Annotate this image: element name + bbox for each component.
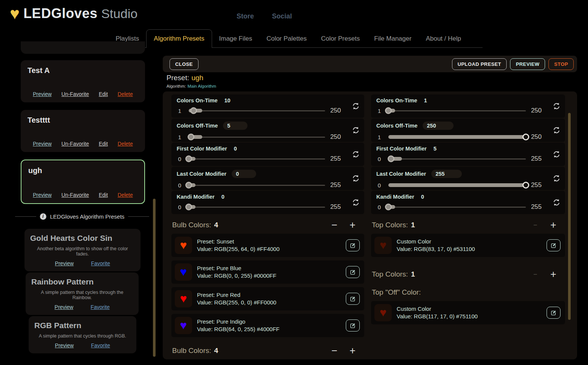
preview-link[interactable]: Preview — [55, 342, 74, 348]
slider-thumb[interactable] — [185, 182, 192, 189]
right-settings-column: Colors On-Time1 1 250 Colors Off-Time250… — [371, 94, 565, 328]
edit-color-button[interactable] — [346, 239, 360, 251]
reset-slider-icon[interactable] — [352, 175, 360, 182]
slider-track[interactable] — [189, 204, 325, 210]
slider-track[interactable] — [189, 182, 325, 189]
slider-colors-off-time: Colors Off-Time250 1 250 — [371, 119, 565, 142]
upload-preset-button[interactable]: UPLOAD PRESET — [452, 58, 507, 70]
slider-max-label: 255 — [330, 181, 341, 189]
slider-thumb[interactable] — [190, 107, 197, 114]
content-scrollbar[interactable] — [568, 113, 571, 320]
edit-link[interactable]: Edit — [99, 91, 108, 97]
bulb-color-item: ♥ Preset: Pure RedValue: RGB(255, 0, 0) … — [171, 287, 364, 310]
add-bulb-color-button[interactable]: + — [346, 342, 359, 359]
reset-slider-icon[interactable] — [553, 175, 561, 182]
slider-thumb[interactable] — [385, 107, 392, 114]
reset-slider-icon[interactable] — [352, 102, 360, 110]
favorite-link[interactable]: Favorite — [91, 260, 110, 266]
reset-slider-icon[interactable] — [553, 126, 561, 134]
slider-thumb[interactable] — [185, 204, 192, 210]
remove-top-color-button-disabled[interactable]: − — [529, 216, 542, 234]
reset-slider-icon[interactable] — [352, 151, 360, 158]
unfavorite-link[interactable]: Un-Favorite — [61, 141, 89, 147]
remove-bulb-color-button[interactable]: − — [328, 342, 341, 359]
edit-color-button[interactable] — [346, 293, 360, 305]
tab-color-presets[interactable]: Color Presets — [314, 29, 367, 48]
builtin-card-rgb[interactable]: RGB Pattern A simple pattern that cycles… — [29, 316, 136, 353]
slider-min-label: 0 — [376, 182, 382, 189]
slider-track[interactable] — [189, 134, 325, 140]
scrolled-preset-card — [21, 41, 145, 54]
slider-track[interactable] — [189, 155, 325, 162]
unfavorite-link[interactable]: Un-Favorite — [61, 192, 89, 198]
builtin-card-rainbow[interactable]: Rainbow Pattern A simple pattern that cy… — [26, 272, 139, 315]
reset-slider-icon[interactable] — [352, 199, 360, 207]
slider-track[interactable] — [388, 182, 526, 189]
delete-link[interactable]: Delete — [118, 91, 133, 97]
tab-algorithm-presets[interactable]: Algorithm Presets — [146, 29, 212, 48]
reset-slider-icon[interactable] — [553, 199, 561, 207]
slider-thumb[interactable] — [185, 155, 192, 162]
delete-link[interactable]: Delete — [118, 192, 133, 198]
slider-thumb[interactable] — [188, 134, 194, 140]
remove-bulb-color-button[interactable]: − — [328, 216, 341, 234]
tab-image-files[interactable]: Image Files — [212, 29, 260, 48]
preview-link[interactable]: Preview — [33, 141, 52, 147]
add-top-color-button[interactable]: + — [547, 266, 560, 283]
slider-thumb[interactable] — [522, 134, 529, 140]
reset-slider-icon[interactable] — [553, 151, 561, 158]
preset-card-test-a[interactable]: Test A Preview Un-Favorite Edit Delete — [21, 60, 145, 102]
favorite-link[interactable]: Favorite — [91, 304, 110, 310]
slider-thumb[interactable] — [388, 155, 394, 162]
sidebar-scrollbar[interactable] — [153, 199, 156, 357]
reset-slider-icon[interactable] — [553, 102, 561, 110]
tab-file-manager[interactable]: File Manager — [367, 29, 418, 48]
delete-link[interactable]: Delete — [118, 141, 133, 147]
stop-button[interactable]: STOP — [548, 58, 574, 70]
close-button[interactable]: CLOSE — [170, 58, 199, 70]
unfavorite-link[interactable]: Un-Favorite — [61, 91, 89, 97]
preview-link[interactable]: Preview — [33, 192, 52, 198]
slider-max-label: 250 — [531, 107, 542, 114]
tab-color-palettes[interactable]: Color Palettes — [259, 29, 314, 48]
preset-card-ugh-selected[interactable]: ugh Preview Un-Favorite Edit Delete — [21, 160, 145, 204]
left-settings-column: Colors On-Time10 1 250 Colors Off-Time5 … — [171, 94, 364, 359]
slider-track[interactable] — [388, 155, 526, 162]
slider-thumb[interactable] — [522, 182, 529, 189]
preset-label: Preset: — [166, 74, 189, 82]
preview-link[interactable]: Preview — [33, 91, 52, 97]
preset-card-testttt[interactable]: Testttt Preview Un-Favorite Edit Delete — [21, 110, 145, 152]
remove-top-color-button-disabled[interactable]: − — [529, 266, 542, 283]
preview-link[interactable]: Preview — [55, 260, 74, 266]
favorite-link[interactable]: Favorite — [91, 342, 110, 348]
add-top-color-button[interactable]: + — [547, 216, 560, 234]
slider-min-label: 0 — [376, 156, 382, 162]
preview-button[interactable]: PREVIEW — [510, 58, 545, 70]
slider-track[interactable] — [189, 107, 325, 114]
edit-color-button[interactable] — [346, 319, 360, 332]
slider-kandi-modifier: Kandi Modifier0 0 255 — [171, 191, 364, 214]
preview-link[interactable]: Preview — [55, 304, 73, 310]
reset-slider-icon[interactable] — [352, 126, 360, 134]
slider-thumb[interactable] — [385, 204, 392, 210]
top-off-color-label: Top "Off" Color: — [372, 288, 565, 297]
store-link[interactable]: Store — [237, 12, 254, 20]
slider-max-label: 255 — [330, 155, 341, 163]
slider-value: 250 — [423, 122, 453, 130]
builtin-card-gold-hearts[interactable]: Gold Hearts Color Sin Another beta algor… — [24, 229, 141, 271]
edit-color-button[interactable] — [547, 239, 561, 251]
add-bulb-color-button[interactable]: + — [346, 216, 359, 234]
social-link[interactable]: Social — [272, 12, 292, 20]
slider-track[interactable] — [388, 204, 526, 210]
edit-link[interactable]: Edit — [99, 192, 108, 198]
slider-value: 10 — [225, 97, 231, 103]
edit-color-button[interactable] — [547, 307, 561, 319]
color-value: Value: RGB(0, 0, 255) #0000FF — [197, 272, 346, 280]
edit-link[interactable]: Edit — [99, 141, 108, 147]
slider-value: 0 — [421, 194, 424, 200]
slider-track[interactable] — [388, 134, 526, 140]
slider-min-label: 1 — [177, 108, 183, 114]
tab-about-help[interactable]: About / Help — [418, 29, 468, 48]
slider-track[interactable] — [388, 107, 526, 114]
edit-color-button[interactable] — [346, 266, 360, 278]
